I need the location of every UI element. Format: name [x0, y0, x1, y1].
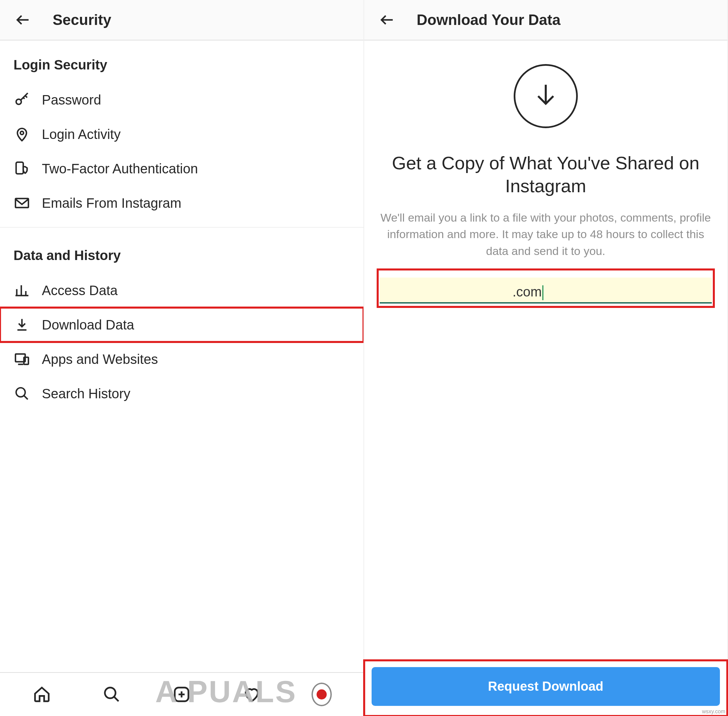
download-icon — [14, 316, 30, 333]
menu-item-apps-websites[interactable]: Apps and Websites — [0, 342, 363, 376]
download-header-title: Download Your Data — [417, 11, 561, 28]
section-login-security: Login Security — [0, 41, 363, 83]
back-arrow-icon[interactable] — [378, 11, 397, 29]
back-arrow-icon[interactable] — [14, 11, 32, 29]
menu-item-emails-from-instagram[interactable]: Emails From Instagram — [0, 186, 363, 220]
svg-rect-2 — [16, 162, 23, 174]
shield-phone-icon — [14, 160, 30, 177]
svg-point-1 — [20, 131, 24, 135]
home-icon[interactable] — [32, 684, 52, 705]
security-header-title: Security — [53, 11, 111, 28]
request-download-highlight: Request Download — [364, 660, 728, 716]
source-watermark: wsxy.com — [702, 708, 725, 714]
svg-point-0 — [16, 99, 21, 104]
bottom-nav-bar — [0, 672, 363, 716]
menu-item-label: Two-Factor Authentication — [42, 161, 198, 176]
menu-item-label: Access Data — [42, 283, 118, 298]
devices-icon — [14, 351, 30, 368]
bar-chart-icon — [14, 282, 30, 299]
email-input-highlight: .com — [378, 270, 714, 307]
menu-item-label: Apps and Websites — [42, 352, 158, 367]
location-pin-icon — [14, 126, 30, 143]
download-title: Get a Copy of What You've Shared on Inst… — [378, 152, 714, 197]
menu-item-access-data[interactable]: Access Data — [0, 273, 363, 308]
search-icon[interactable] — [102, 684, 122, 705]
profile-avatar-icon[interactable] — [312, 684, 332, 705]
email-input[interactable]: .com — [380, 278, 712, 303]
request-download-button[interactable]: Request Download — [372, 667, 720, 706]
menu-item-login-activity[interactable]: Login Activity — [0, 117, 363, 152]
download-header: Download Your Data — [364, 0, 728, 41]
menu-item-two-factor[interactable]: Two-Factor Authentication — [0, 152, 363, 186]
menu-item-download-data[interactable]: Download Data — [0, 308, 363, 342]
section-data-history: Data and History — [0, 231, 363, 273]
menu-item-label: Emails From Instagram — [42, 196, 181, 211]
menu-item-label: Search History — [42, 386, 130, 401]
menu-item-label: Password — [42, 93, 101, 108]
svg-rect-5 — [24, 357, 28, 364]
text-cursor-icon — [543, 285, 543, 300]
add-post-icon[interactable] — [172, 684, 192, 705]
key-icon — [14, 91, 30, 108]
section-divider — [0, 227, 363, 228]
email-redacted-portion — [385, 288, 513, 298]
envelope-icon — [14, 194, 30, 211]
security-content: Login Security Password Login Activity T… — [0, 41, 363, 672]
menu-item-label: Login Activity — [42, 127, 120, 142]
menu-item-password[interactable]: Password — [0, 83, 363, 117]
svg-point-7 — [105, 688, 116, 698]
svg-point-6 — [16, 388, 25, 397]
security-header: Security — [0, 0, 363, 41]
activity-heart-icon[interactable] — [242, 684, 262, 705]
download-circle-icon — [514, 64, 578, 128]
download-data-screen: Download Your Data Get a Copy of What Yo… — [364, 0, 728, 716]
menu-item-search-history[interactable]: Search History — [0, 376, 363, 411]
security-screen: Security Login Security Password Login A… — [0, 0, 364, 716]
magnifier-icon — [14, 385, 30, 402]
download-content: Get a Copy of What You've Shared on Inst… — [364, 41, 728, 660]
download-description: We'll email you a link to a file with yo… — [378, 209, 714, 259]
menu-item-label: Download Data — [42, 317, 134, 332]
email-visible-text: .com — [513, 284, 542, 299]
